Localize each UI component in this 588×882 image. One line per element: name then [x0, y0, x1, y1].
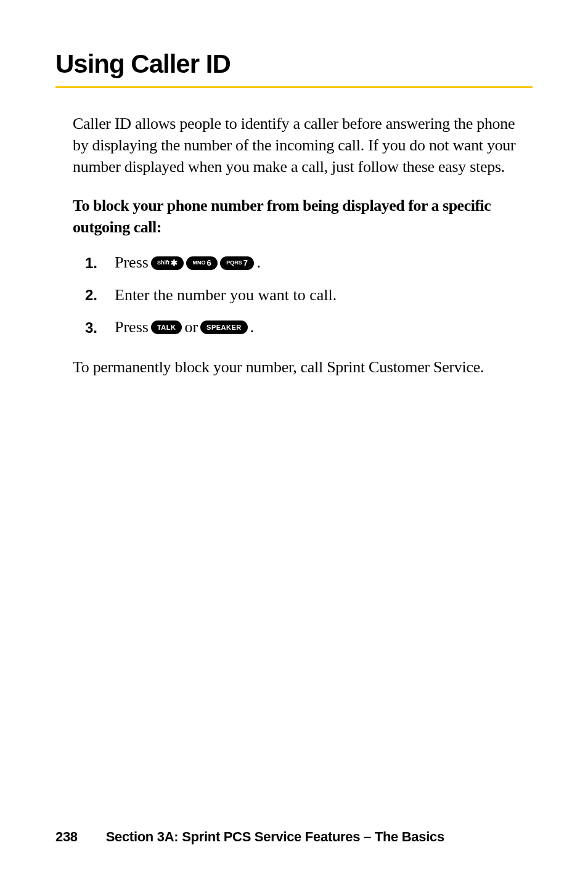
step-text-post: . [256, 251, 261, 274]
body-block: Caller ID allows people to identify a ca… [55, 113, 533, 378]
step-text-pre: Press [115, 316, 149, 338]
step-text-pre: Press [115, 251, 149, 274]
step-number: 3. [85, 317, 115, 338]
page-footer: 238 Section 3A: Sprint PCS Service Featu… [55, 829, 533, 845]
subheading: To block your phone number from being di… [73, 195, 533, 238]
step-number: 2. [85, 285, 115, 306]
section-label: Section 3A: Sprint PCS Service Features … [106, 829, 444, 844]
step-body: Press Shift ✱ MNO 6 PQRS 7 . [115, 251, 261, 274]
step-text-post: . [250, 316, 255, 338]
key-pqrs-7: PQRS 7 [220, 256, 254, 270]
step-body: Enter the number you want to call. [115, 284, 337, 306]
key-talk: TALK [151, 321, 182, 334]
step-3: 3. Press TALK or SPEAKER . [85, 316, 533, 338]
intro-paragraph: Caller ID allows people to identify a ca… [73, 113, 533, 178]
key-speaker: SPEAKER [200, 321, 248, 334]
page-number: 238 [55, 829, 78, 844]
page-content: Using Caller ID Caller ID allows people … [0, 0, 588, 378]
step-2: 2. Enter the number you want to call. [85, 284, 533, 306]
step-body: Press TALK or SPEAKER . [115, 316, 254, 338]
title-underline [55, 86, 533, 88]
steps-list: 1. Press Shift ✱ MNO 6 PQRS 7 . [73, 251, 533, 338]
key-shift-star: Shift ✱ [151, 256, 184, 270]
step-1: 1. Press Shift ✱ MNO 6 PQRS 7 . [85, 251, 533, 274]
step-text-mid: or [184, 316, 198, 338]
key-mno-6: MNO 6 [186, 256, 218, 270]
page-title: Using Caller ID [55, 49, 533, 79]
step-number: 1. [85, 253, 115, 274]
outro-paragraph: To permanently block your number, call S… [73, 356, 533, 378]
